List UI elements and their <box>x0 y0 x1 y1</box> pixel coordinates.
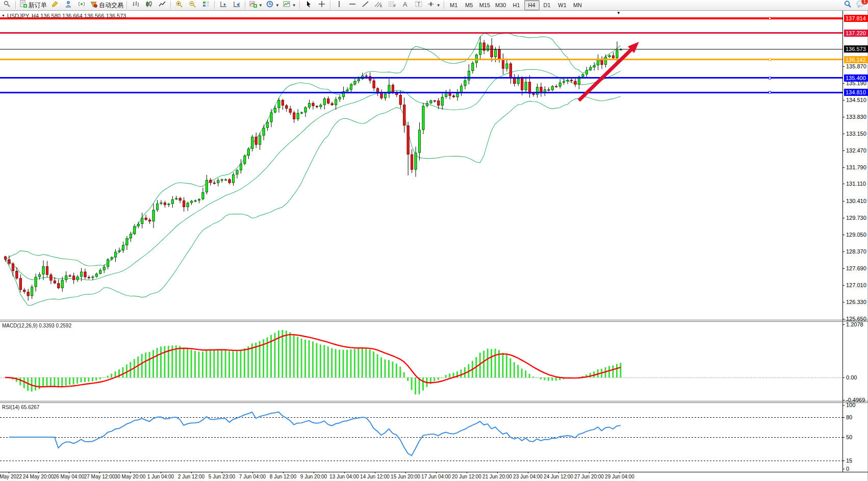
time-axis-label: 24 May 20:00 <box>23 474 54 479</box>
line-handle[interactable] <box>769 58 771 61</box>
tile-windows-button[interactable] <box>199 0 213 10</box>
periods-clock-button[interactable]: ▼ <box>264 0 281 10</box>
price-line-label: 135.400 <box>844 74 868 82</box>
horizontal-line-135.400[interactable] <box>0 77 843 79</box>
new-order-button[interactable]: 新订单 <box>18 0 48 10</box>
rsi-tickmark <box>843 417 845 418</box>
price-tick-label: 127.010 <box>846 282 866 288</box>
timeframe-button-m30[interactable]: M30 <box>493 0 508 10</box>
pane-separator[interactable] <box>0 401 868 401</box>
signal-button[interactable] <box>75 0 88 10</box>
horizontal-line-137.220[interactable] <box>0 32 843 34</box>
timeframe-button-w1[interactable]: W1 <box>555 0 570 10</box>
label-button[interactable]: T <box>412 0 425 10</box>
candlestick-chart-icon <box>145 1 153 10</box>
crosshair-icon <box>318 1 325 10</box>
search-left-button[interactable] <box>1 0 14 10</box>
search-icon[interactable] <box>844 0 852 10</box>
cursor-button[interactable] <box>302 0 315 10</box>
zoom-in-button[interactable] <box>173 0 186 10</box>
equidistant-channel-button[interactable]: E <box>372 0 386 10</box>
trend-arrow[interactable] <box>571 33 653 110</box>
line-chart-button[interactable] <box>156 0 169 10</box>
chisel-icon <box>51 1 59 10</box>
vertical-line-button[interactable] <box>333 0 346 10</box>
macd-tick-label: 1.2078 <box>846 321 863 327</box>
rsi-pane-canvas[interactable] <box>0 403 843 472</box>
chart-context-marker-icon[interactable]: ▼ <box>2 14 5 17</box>
label-icon: T <box>415 1 423 10</box>
price-tickmark <box>843 100 845 100</box>
signal-icon <box>78 1 86 10</box>
expert-advisor-button[interactable] <box>62 0 75 10</box>
chevron-down-icon[interactable]: ▼ <box>259 3 263 8</box>
line-handle[interactable] <box>769 91 771 94</box>
time-axis-label: 5 Jun 23:00 <box>209 474 235 479</box>
text-button[interactable]: A <box>399 0 412 10</box>
timeframe-button-mn[interactable]: MN <box>570 0 585 10</box>
line-handle[interactable] <box>769 17 771 20</box>
pane-separator[interactable] <box>0 402 868 403</box>
time-axis-label: 26 May 04:00 <box>54 474 85 479</box>
chevron-down-icon[interactable]: ▼ <box>275 3 279 8</box>
autotrade-button[interactable]: 自动交易 <box>88 0 125 10</box>
pane-separator[interactable] <box>0 321 868 322</box>
trendline-icon <box>362 1 370 10</box>
zoom-out-button[interactable] <box>186 0 199 10</box>
fibonacci-button[interactable]: F <box>386 0 399 10</box>
timeframe-button-h1[interactable]: H1 <box>509 0 524 10</box>
rsi-tick-label: 0 <box>846 466 849 472</box>
time-axis-label: 3 May 2022 <box>0 474 22 479</box>
timeframe-button-m1[interactable]: M1 <box>446 0 462 10</box>
mt4-terminal: { "toolbar": { "new_order_label": "新订单",… <box>0 0 868 481</box>
chart-shift-button[interactable] <box>230 0 243 10</box>
template-button[interactable]: ▼ <box>281 0 298 10</box>
horizontal-line-136.142[interactable] <box>0 59 843 60</box>
rsi-tick-label: 50 <box>846 434 852 440</box>
timeframe-button-m5[interactable]: M5 <box>462 0 477 10</box>
chevron-down-icon[interactable]: ▼ <box>437 3 441 8</box>
rsi-tick-label: 15 <box>846 458 852 464</box>
horizontal-line-134.810[interactable] <box>0 92 843 93</box>
chevron-down-icon[interactable]: ▼ <box>292 3 296 8</box>
timeframe-button-d1[interactable]: D1 <box>540 0 555 10</box>
auto-scroll-button[interactable] <box>217 0 230 10</box>
timeframe-button-m15[interactable]: M15 <box>477 0 493 10</box>
horizontal-line-137.814[interactable] <box>0 17 843 19</box>
price-tickmark <box>843 117 845 117</box>
chart-title: USDJPY, H4 136.580 136.664 136.566 136.5… <box>7 13 126 19</box>
rsi-tickmark <box>843 405 845 406</box>
pane-separator[interactable] <box>0 320 868 320</box>
crosshair-button[interactable] <box>315 0 328 10</box>
horizontal-line-136.573[interactable] <box>0 49 843 49</box>
macd-pane-canvas[interactable] <box>0 322 843 401</box>
auto-scroll-icon <box>219 1 227 10</box>
rsi-label: RSI(14) 65.6267 <box>2 404 39 410</box>
candlestick-chart-button[interactable] <box>142 0 156 10</box>
price-tick-label: 131.110 <box>846 181 866 187</box>
svg-text:F: F <box>394 4 396 8</box>
trendline-button[interactable] <box>359 0 372 10</box>
time-axis-label: 23 Jun 04:00 <box>513 474 543 479</box>
main-chart-canvas[interactable] <box>0 11 843 320</box>
shapes-button[interactable]: ▼ <box>425 0 442 10</box>
template-icon <box>283 1 291 10</box>
toolbar: 新订单自动交易▼▼▼EFAT▼M1M5M15M30H1H4D1W1MN1 <box>0 0 868 11</box>
price-tick-label: 130.410 <box>846 198 866 204</box>
bar-chart-button[interactable] <box>129 0 142 10</box>
price-tick-label: 135.870 <box>846 63 866 69</box>
chisel-button[interactable] <box>48 0 62 10</box>
timeframe-button-h4[interactable]: H4 <box>524 0 540 10</box>
last-bar-marker-icon: ▼ <box>617 11 621 15</box>
chat-icon[interactable]: 1 <box>856 0 865 10</box>
toolbar-button-label: 自动交易 <box>99 1 123 10</box>
toolbar-button-label: 新订单 <box>29 1 47 10</box>
price-tickmark <box>843 83 845 84</box>
bar-chart-icon <box>132 1 140 10</box>
horizontal-line-button[interactable] <box>346 0 359 10</box>
price-tick-label: 134.510 <box>846 97 866 103</box>
rsi-tickmark <box>843 437 845 438</box>
toolbar-separator <box>15 1 16 9</box>
line-handle[interactable] <box>769 77 771 79</box>
add-indicator-button[interactable]: ▼ <box>247 0 264 10</box>
